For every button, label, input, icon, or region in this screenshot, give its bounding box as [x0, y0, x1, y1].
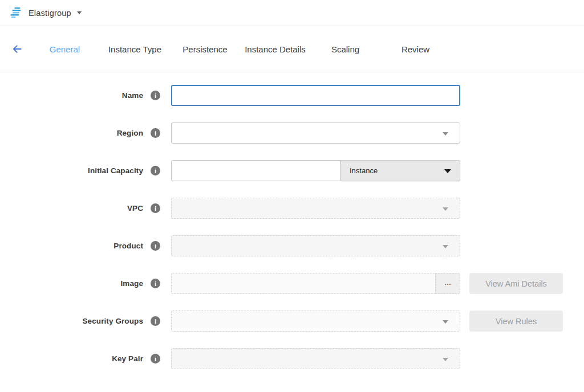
image-browse-button[interactable]: ...	[435, 273, 460, 294]
product-select	[171, 235, 460, 256]
view-rules-button[interactable]: View Rules	[469, 311, 563, 332]
name-label: Name	[122, 91, 143, 100]
initial-capacity-input[interactable]	[171, 160, 340, 181]
chevron-down-icon	[443, 132, 448, 136]
tab-general[interactable]: General	[30, 44, 100, 54]
info-icon[interactable]: i	[151, 203, 160, 213]
form-row-vpc: VPC i	[0, 198, 584, 219]
form-row-image: Image i ... View Ami Details	[0, 273, 584, 294]
info-icon[interactable]: i	[151, 91, 160, 100]
capacity-unit-select[interactable]: Instance	[340, 160, 460, 181]
tab-instance-type[interactable]: Instance Type	[100, 44, 170, 54]
region-select[interactable]	[171, 122, 460, 144]
wizard-tab-bar: General Instance Type Persistence Instan…	[0, 26, 584, 72]
form-row-region: Region i	[0, 122, 584, 144]
vpc-select	[171, 198, 460, 219]
chevron-down-icon	[444, 169, 451, 173]
security-groups-label: Security Groups	[82, 317, 143, 325]
region-label: Region	[117, 129, 143, 137]
info-icon[interactable]: i	[151, 166, 160, 175]
info-icon[interactable]: i	[151, 241, 160, 251]
general-form: Name i Region i Initial Capacity i Insta…	[0, 72, 584, 369]
app-switcher-button[interactable]: Elastigroup	[29, 9, 82, 18]
form-row-name: Name i	[0, 85, 584, 106]
chevron-down-icon	[443, 207, 448, 211]
app-header: Elastigroup	[0, 0, 584, 26]
name-input[interactable]	[171, 85, 460, 106]
form-row-security-groups: Security Groups i View Rules	[0, 311, 584, 332]
info-icon[interactable]: i	[151, 128, 160, 138]
info-icon[interactable]: i	[151, 279, 160, 288]
image-input[interactable]	[171, 273, 435, 294]
info-icon[interactable]: i	[151, 316, 160, 326]
tab-persistence[interactable]: Persistence	[170, 44, 240, 54]
chevron-down-icon	[443, 320, 448, 324]
view-ami-details-button[interactable]: View Ami Details	[469, 273, 563, 294]
info-icon[interactable]: i	[151, 354, 160, 364]
tab-scaling[interactable]: Scaling	[310, 44, 380, 54]
elastigroup-logo-icon	[9, 7, 23, 19]
image-label: Image	[120, 279, 143, 288]
product-label: Product	[113, 242, 143, 250]
chevron-down-icon	[443, 245, 448, 248]
key-pair-select	[171, 348, 460, 369]
security-groups-select[interactable]	[171, 311, 460, 332]
chevron-down-icon	[443, 358, 448, 361]
vpc-label: VPC	[127, 204, 143, 213]
key-pair-label: Key Pair	[112, 354, 143, 363]
tab-instance-details[interactable]: Instance Details	[240, 44, 310, 54]
capacity-unit-value: Instance	[350, 166, 378, 175]
form-row-initial-capacity: Initial Capacity i Instance	[0, 160, 584, 181]
initial-capacity-label: Initial Capacity	[88, 166, 143, 175]
app-name: Elastigroup	[29, 9, 71, 18]
tab-review[interactable]: Review	[380, 44, 451, 54]
form-row-key-pair: Key Pair i	[0, 348, 584, 369]
chevron-down-icon	[77, 11, 82, 14]
back-button[interactable]	[11, 43, 25, 55]
form-row-product: Product i	[0, 235, 584, 256]
